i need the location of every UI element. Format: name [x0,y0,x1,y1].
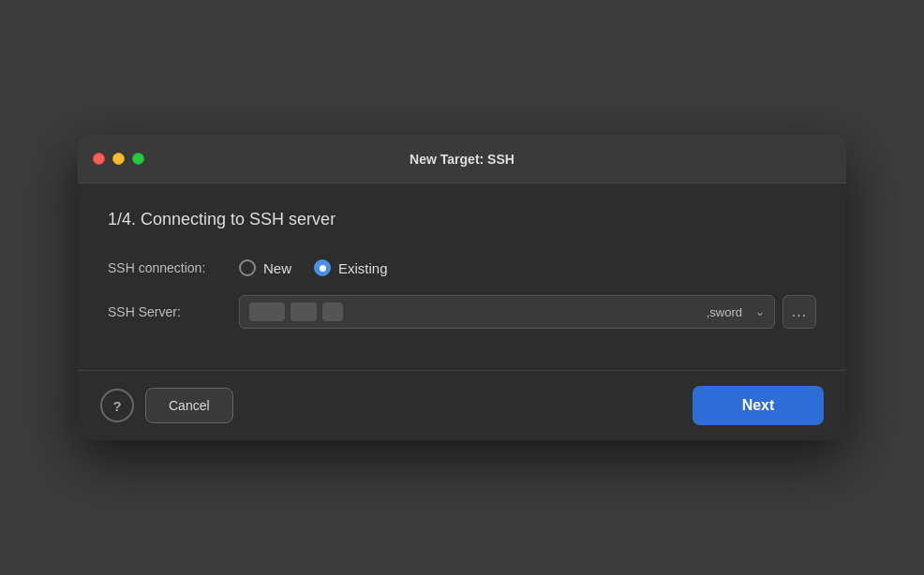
window-title: New Target: SSH [410,152,514,167]
pill-3 [322,302,343,321]
radio-circle-existing[interactable] [314,259,331,276]
footer-left: ? Cancel [100,388,233,423]
step-label: 1/4. Connecting to SSH server [108,210,816,229]
dropdown-pills [249,302,707,321]
minimize-button[interactable] [112,153,125,165]
dialog-content: 1/4. Connecting to SSH server SSH connec… [78,184,846,370]
server-selector: ,sword ⌄ ... [239,295,816,329]
titlebar: New Target: SSH [78,135,846,184]
ssh-server-row: SSH Server: ,sword ⌄ ... [108,295,816,329]
ssh-server-dropdown[interactable]: ,sword ⌄ [239,295,775,329]
dialog-window: New Target: SSH 1/4. Connecting to SSH s… [78,135,846,440]
radio-option-existing[interactable]: Existing [314,259,388,276]
ssh-connection-radio-group: New Existing [239,259,388,276]
next-button[interactable]: Next [693,386,824,425]
ssh-connection-row: SSH connection: New Existing [108,259,816,276]
pill-1 [249,302,285,321]
radio-label-new: New [263,260,291,276]
help-button[interactable]: ? [100,389,134,422]
dropdown-arrow-icon: ⌄ [755,305,765,318]
pill-2 [291,302,317,321]
radio-option-new[interactable]: New [239,259,291,276]
ssh-server-label: SSH Server: [108,304,239,319]
maximize-button[interactable] [132,153,144,165]
more-button[interactable]: ... [782,295,816,329]
ssh-connection-label: SSH connection: [108,260,239,275]
close-button[interactable] [93,153,105,165]
footer: ? Cancel Next [78,370,846,440]
radio-circle-new[interactable] [239,259,256,276]
radio-label-existing: Existing [338,260,388,276]
cancel-button[interactable]: Cancel [145,388,233,423]
traffic-lights [93,153,144,165]
